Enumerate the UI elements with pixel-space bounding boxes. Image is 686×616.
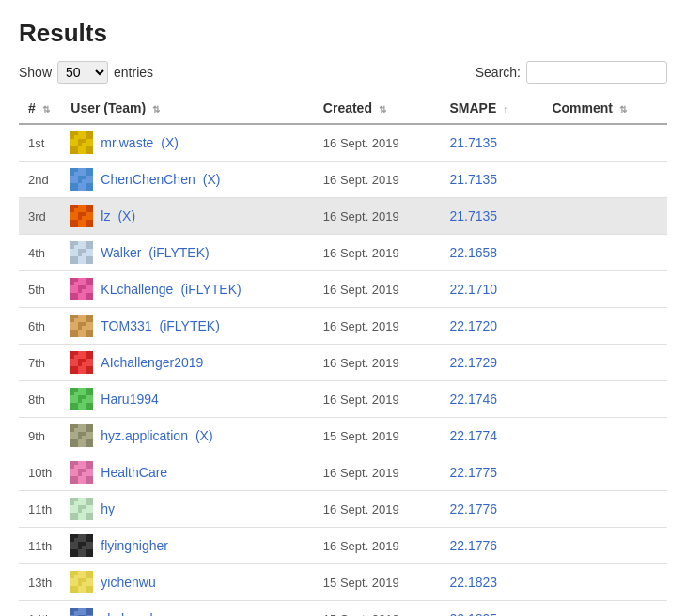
- smape-link[interactable]: 21.7135: [449, 172, 497, 187]
- col-rank[interactable]: # ⇅: [19, 93, 61, 124]
- sort-icon-created: ⇅: [379, 104, 386, 115]
- smape-link[interactable]: 22.1823: [449, 575, 497, 590]
- user-link[interactable]: hy: [101, 501, 115, 516]
- svg-rect-31: [82, 253, 86, 256]
- cell-rank: 13th: [19, 564, 61, 601]
- team-label: (X): [117, 208, 135, 223]
- svg-rect-22: [74, 208, 78, 212]
- user-link[interactable]: flyinghigher: [101, 538, 168, 553]
- cell-created: 15 Sept. 2019: [314, 418, 441, 454]
- smape-link[interactable]: 22.1658: [449, 245, 497, 260]
- svg-rect-91: [86, 534, 93, 542]
- smape-link[interactable]: 22.1775: [449, 465, 497, 480]
- svg-rect-51: [86, 351, 93, 359]
- cell-rank: 14th: [19, 601, 61, 617]
- col-user[interactable]: User (Team) ⇅: [61, 93, 314, 124]
- smape-link[interactable]: 22.1776: [449, 501, 497, 516]
- smape-link[interactable]: 22.1895: [449, 611, 497, 616]
- svg-rect-52: [70, 366, 78, 374]
- table-row: 2nd ChenChenChen (X)16 Sept. 201921.7135: [19, 162, 667, 198]
- col-smape[interactable]: SMAPE ↑: [440, 93, 542, 124]
- user-link[interactable]: mr.waste: [101, 135, 153, 150]
- svg-rect-46: [74, 318, 78, 322]
- svg-rect-103: [82, 582, 86, 586]
- user-link[interactable]: Walker: [101, 245, 141, 260]
- cell-created: 16 Sept. 2019: [314, 271, 441, 308]
- avatar: [70, 571, 93, 593]
- cell-rank: 1st: [19, 124, 61, 162]
- user-link[interactable]: lz: [101, 208, 110, 223]
- user-link[interactable]: AIchallenger2019: [101, 355, 203, 370]
- smape-link[interactable]: 22.1720: [449, 318, 497, 333]
- table-row: 6th TOM331 (iFLYTEK)16 Sept. 201922.1720: [19, 308, 667, 345]
- cell-created: 16 Sept. 2019: [314, 345, 441, 381]
- search-input[interactable]: [526, 61, 667, 84]
- cell-comment: [542, 418, 667, 454]
- cell-comment: [542, 162, 667, 198]
- cell-created: 16 Sept. 2019: [314, 528, 441, 564]
- sort-icon-rank: ⇅: [42, 104, 50, 115]
- user-link[interactable]: HealthCare: [101, 465, 167, 480]
- team-label: (iFLYTEK): [160, 318, 220, 333]
- svg-rect-38: [74, 282, 78, 285]
- svg-rect-39: [82, 289, 86, 293]
- svg-rect-54: [74, 355, 78, 359]
- cell-user: KLchallenge (iFLYTEK): [61, 271, 314, 308]
- cell-smape: 22.1658: [440, 235, 542, 271]
- svg-rect-67: [86, 424, 93, 432]
- svg-rect-86: [74, 501, 78, 505]
- user-link[interactable]: TOM331: [101, 318, 151, 333]
- cell-comment: [542, 124, 667, 162]
- user-link[interactable]: ChenChenChen: [101, 172, 195, 187]
- user-link[interactable]: hyz.application: [101, 428, 188, 443]
- sort-icon-comment: ⇅: [619, 104, 627, 115]
- cell-created: 16 Sept. 2019: [314, 124, 441, 162]
- svg-rect-27: [86, 241, 93, 249]
- user-link[interactable]: KLchallenge: [101, 282, 173, 297]
- svg-rect-21: [86, 220, 93, 227]
- col-created[interactable]: Created ⇅: [314, 93, 441, 124]
- cell-comment: [542, 528, 667, 564]
- col-comment[interactable]: Comment ⇅: [542, 93, 667, 124]
- table-row: 1st mr.waste (X)16 Sept. 201921.7135: [19, 124, 667, 162]
- cell-comment: [542, 308, 667, 345]
- cell-smape: 22.1775: [440, 454, 542, 491]
- avatar: [70, 205, 93, 227]
- cell-created: 15 Sept. 2019: [314, 564, 441, 601]
- smape-link[interactable]: 22.1729: [449, 355, 497, 370]
- user-link[interactable]: zhykaggle.cs: [101, 611, 177, 616]
- avatar: [70, 278, 93, 300]
- cell-created: 16 Sept. 2019: [314, 454, 441, 491]
- svg-rect-78: [74, 465, 78, 469]
- svg-rect-68: [70, 439, 78, 447]
- svg-rect-107: [86, 608, 93, 615]
- svg-rect-75: [86, 461, 93, 469]
- smape-link[interactable]: 21.7135: [449, 208, 497, 223]
- entries-select[interactable]: 50 10 25 100: [57, 61, 108, 84]
- user-link[interactable]: Haru1994: [101, 392, 159, 407]
- team-label: (iFLYTEK): [148, 245, 209, 260]
- team-label: (X): [161, 135, 179, 150]
- svg-rect-62: [74, 392, 78, 395]
- cell-rank: 2nd: [19, 162, 61, 198]
- cell-smape: 22.1776: [440, 528, 542, 564]
- smape-link[interactable]: 22.1774: [449, 428, 497, 443]
- svg-rect-14: [74, 172, 78, 176]
- cell-smape: 22.1776: [440, 491, 542, 528]
- show-label: Show: [19, 65, 52, 80]
- cell-created: 16 Sept. 2019: [314, 198, 441, 235]
- smape-link[interactable]: 22.1746: [449, 392, 497, 407]
- table-body: 1st mr.waste (X)16 Sept. 201921.71352nd …: [19, 124, 667, 616]
- avatar: [70, 131, 93, 154]
- smape-link[interactable]: 22.1776: [449, 538, 497, 553]
- table-row: 7th AIchallenger201916 Sept. 201922.1729: [19, 345, 667, 381]
- avatar: [70, 608, 93, 616]
- smape-link[interactable]: 22.1710: [449, 282, 497, 297]
- user-link[interactable]: yichenwu: [101, 575, 155, 590]
- svg-rect-93: [86, 549, 93, 557]
- cell-comment: [542, 381, 667, 418]
- smape-link[interactable]: 21.7135: [449, 135, 497, 150]
- svg-rect-99: [86, 571, 93, 578]
- cell-created: 15 Sept. 2019: [314, 601, 441, 617]
- cell-rank: 3rd: [19, 198, 61, 235]
